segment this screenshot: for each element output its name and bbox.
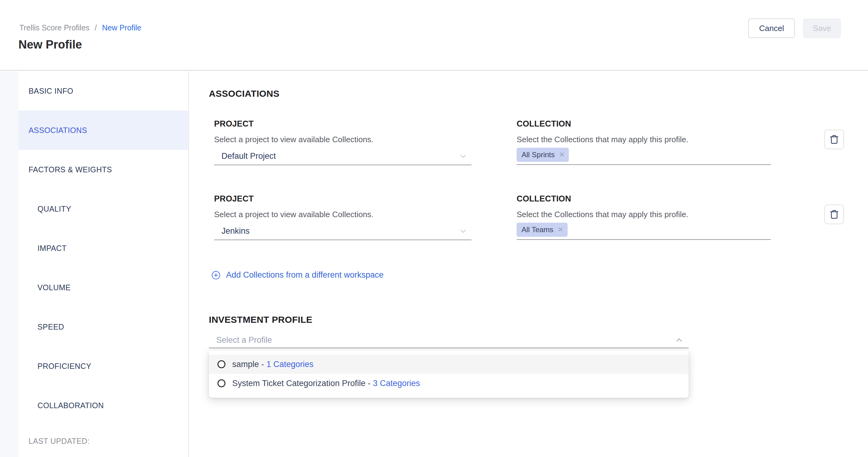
profile-option-categories[interactable]: 1 Categories: [267, 360, 314, 369]
chevron-down-icon: [459, 152, 468, 161]
sidebar: BASIC INFO ASSOCIATIONS FACTORS & WEIGHT…: [19, 71, 189, 457]
association-row: PROJECT Select a project to view availab…: [209, 119, 868, 171]
sidebar-item-basic-info[interactable]: BASIC INFO: [19, 71, 188, 111]
project-label: PROJECT: [214, 194, 471, 204]
profile-option-system-ticket[interactable]: System Ticket Categorization Profile - 3…: [209, 374, 689, 393]
new-profile-page: Trellis Score Profiles / New Profile New…: [0, 0, 868, 457]
remove-tag-icon[interactable]: ✕: [558, 226, 563, 234]
sidebar-item-collaboration[interactable]: COLLABORATION: [19, 386, 188, 425]
delete-association-button[interactable]: [825, 130, 844, 149]
breadcrumb-current[interactable]: New Profile: [102, 23, 141, 32]
radio-unchecked-icon[interactable]: [217, 360, 225, 368]
collection-tags[interactable]: All Sprints ✕: [517, 148, 771, 165]
radio-unchecked-icon[interactable]: [217, 379, 225, 387]
collection-tag-label: All Sprints: [522, 151, 555, 159]
profile-option-sample[interactable]: sample - 1 Categories: [209, 355, 689, 374]
header-actions: Cancel Save: [748, 19, 841, 38]
save-button[interactable]: Save: [803, 19, 841, 38]
breadcrumb: Trellis Score Profiles / New Profile: [19, 23, 141, 32]
collection-column: COLLECTION Select the Collections that m…: [517, 194, 771, 240]
add-collections-label: Add Collections from a different workspa…: [226, 270, 384, 280]
breadcrumb-separator: /: [95, 23, 97, 32]
collection-label: COLLECTION: [517, 194, 771, 204]
associations-panel: ASSOCIATIONS PROJECT Select a project to…: [209, 71, 868, 457]
project-label: PROJECT: [214, 119, 471, 129]
project-select[interactable]: Default Project: [214, 151, 471, 165]
sidebar-item-speed[interactable]: SPEED: [19, 307, 188, 346]
project-column: PROJECT Select a project to view availab…: [214, 119, 471, 165]
delete-association-button[interactable]: [825, 205, 844, 224]
collection-description: Select the Collections that may apply th…: [517, 210, 771, 219]
profile-option-name: sample -: [232, 360, 264, 369]
trash-icon: [829, 134, 839, 145]
sidebar-item-proficiency[interactable]: PROFICIENCY: [19, 346, 188, 386]
investment-profile-dropdown: sample - 1 Categories System Ticket Cate…: [209, 351, 689, 398]
collection-description: Select the Collections that may apply th…: [517, 135, 771, 144]
project-select-value: Jenkins: [221, 226, 250, 236]
sidebar-item-factors-weights[interactable]: FACTORS & WEIGHTS: [19, 150, 188, 189]
circle-plus-icon: [211, 271, 220, 280]
remove-tag-icon[interactable]: ✕: [559, 151, 564, 159]
collection-tag: All Teams ✕: [517, 223, 568, 237]
sidebar-item-impact[interactable]: IMPACT: [19, 228, 188, 268]
project-description: Select a project to view available Colle…: [214, 210, 471, 219]
page-title: New Profile: [19, 37, 82, 52]
sidebar-item-associations[interactable]: ASSOCIATIONS: [19, 111, 188, 150]
header: Trellis Score Profiles / New Profile New…: [0, 0, 868, 71]
investment-profile-title: INVESTMENT PROFILE: [209, 314, 312, 325]
collection-tags[interactable]: All Teams ✕: [517, 223, 771, 240]
investment-profile-placeholder: Select a Profile: [216, 335, 272, 345]
cancel-button[interactable]: Cancel: [748, 19, 795, 38]
project-select-value: Default Project: [221, 151, 276, 161]
chevron-up-icon: [675, 335, 684, 344]
project-description: Select a project to view available Colle…: [214, 135, 471, 144]
profile-option-categories[interactable]: 3 Categories: [373, 379, 420, 388]
add-collections-link[interactable]: Add Collections from a different workspa…: [211, 270, 384, 280]
collection-tag: All Sprints ✕: [517, 148, 569, 162]
investment-profile-select[interactable]: Select a Profile: [209, 332, 689, 348]
breadcrumb-root[interactable]: Trellis Score Profiles: [19, 23, 89, 32]
collection-column: COLLECTION Select the Collections that m…: [517, 119, 771, 165]
association-row: PROJECT Select a project to view availab…: [209, 194, 868, 246]
left-gutter: [0, 71, 19, 457]
project-column: PROJECT Select a project to view availab…: [214, 194, 471, 240]
sidebar-item-quality[interactable]: QUALITY: [19, 189, 188, 228]
chevron-down-icon: [459, 227, 468, 236]
trash-icon: [829, 209, 839, 220]
section-title: ASSOCIATIONS: [209, 88, 279, 99]
sidebar-item-last-updated: LAST UPDATED:: [19, 425, 188, 457]
project-select[interactable]: Jenkins: [214, 226, 471, 240]
collection-label: COLLECTION: [517, 119, 771, 129]
profile-option-name: System Ticket Categorization Profile -: [232, 379, 370, 388]
sidebar-item-volume[interactable]: VOLUME: [19, 268, 188, 307]
collection-tag-label: All Teams: [522, 225, 554, 234]
